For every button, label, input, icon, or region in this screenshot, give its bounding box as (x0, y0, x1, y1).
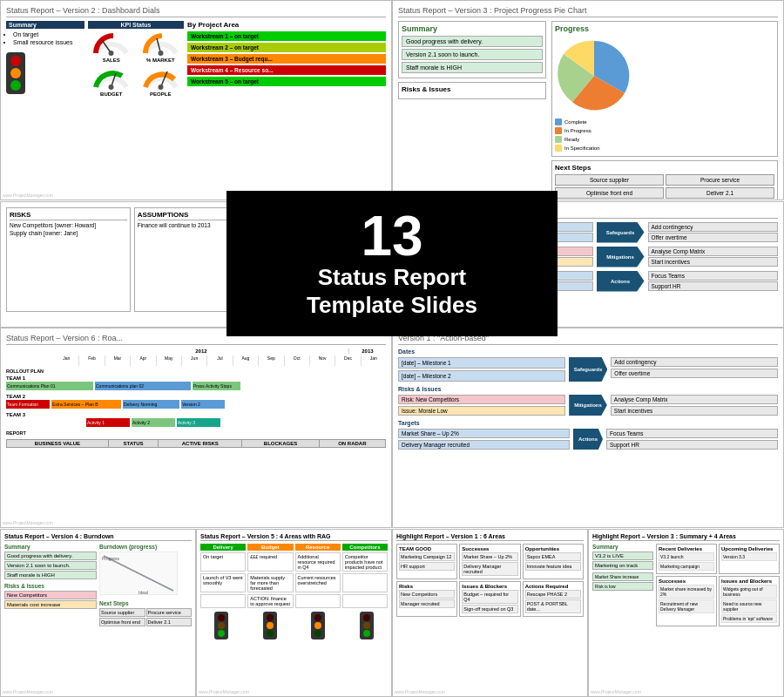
rag-grid: Delivery Budget Resource Competitors On … (200, 544, 388, 608)
v1-dates-items: [date] – Milestone 1 [date] – Milestone … (463, 222, 593, 243)
risk-item-1: New Competitors [owner: Howard] (10, 222, 127, 228)
v4-risk-2: Materials cost increase (4, 600, 97, 609)
rollout-label: ROLLOUT PLAN (6, 369, 386, 374)
safeguard-2: Offer overtime (611, 369, 778, 378)
v3-nextsteps-title: Next Steps (555, 164, 774, 172)
v1-risks-label: Risks & Issues (398, 247, 459, 267)
month-spacer (6, 355, 54, 366)
v1-safeguard-2: Offer overtime (648, 233, 779, 242)
risk-col-risks: Risks New Competitors [owner: Howard] Su… (6, 207, 131, 312)
v6-title-sub: – Version 6 : Roa... (57, 334, 124, 342)
hl3-sum-2: Marketing on track (592, 561, 653, 570)
risk-col-issues: Issu... Re... Wo... Si... (261, 207, 386, 312)
v1-date-2: [date] – Milestone 2 (463, 233, 593, 242)
issue-b-1: Issue: Morale Low (398, 406, 565, 416)
team3-bar1: Activity 1 (86, 418, 130, 427)
four-issues-title: Issues and Blockers (721, 579, 777, 584)
risk-col-assumptions: Assumptions Finance will continue to 201… (134, 207, 259, 312)
proj-item-4: Workstream 4 – Resource so... (187, 65, 386, 75)
risk-item-2: Supply chain [owner: Jane] (10, 230, 127, 236)
target-action-items: Focus Teams Support HR (606, 429, 778, 450)
proj-item-2: Workstream 2 – on target (187, 43, 386, 52)
area-success-1: Market Share – Up 2% (462, 552, 517, 561)
four-success-1: Market share increased by 2% (659, 585, 714, 599)
safeguards-arrow: Safeguards (569, 357, 608, 382)
area-opp-1: Sapco EMEA (525, 552, 581, 561)
v2-kpi: KPI Status SALES (88, 21, 184, 186)
v4-risks-label: Risks & Issues (4, 583, 97, 589)
team2-bar1: Team Formation (6, 400, 50, 409)
tl-red (10, 56, 21, 66)
v1-action-2: Support HR (648, 281, 779, 291)
v4-ns-3: Optimise front end (99, 618, 145, 626)
hl3-right-2: Risk is low (592, 582, 653, 591)
team2-label: TEAM 2 (6, 394, 386, 399)
v1-targets: Targets Market Share – Up 2% Delivery Ma… (398, 271, 778, 292)
v1-full-title: Version 1 : "Action-based" (398, 334, 778, 345)
v2-summary-item-2: Small resource issues (13, 39, 84, 45)
target-2: Delivery Manager recruited (398, 440, 570, 450)
proj-item-5: Workstream 5 – on target (187, 77, 386, 86)
v4-ns-1: Source supplier (99, 608, 145, 617)
risksb-section-header: Risks & Issues (398, 386, 778, 392)
risk-b-1: Risk: New Competitors (398, 395, 565, 404)
four-upcoming-title: Upcoming Deliveries (721, 546, 777, 552)
v3-title-sub: – Version 3 : Project Progress Pie Chart (449, 6, 587, 15)
legend-complete: Complete (555, 118, 774, 125)
legend-ready: Ready (555, 136, 774, 143)
v3-risks-box: Risks & Issues (398, 82, 546, 99)
target-1: Market Share – Up 2% (398, 429, 570, 438)
area-actions-title: Actions Required (525, 584, 581, 589)
v1-inner: Dates [date] – Milestone 1 [date] – Mile… (398, 222, 778, 292)
hl1-title: Highlight Report – Version 1 : 6 Areas (396, 533, 584, 541)
gauge-sales-label: SALES (103, 58, 120, 63)
v4-risk-1: New Competitors (4, 591, 97, 599)
risks-inner: Risks New Competitors [owner: Howard] Su… (6, 207, 386, 312)
assumption-item-1: Finance will continue to 2013 (138, 222, 255, 228)
rag-resource-3 (295, 594, 341, 608)
rag-budget-2: Materials supply far more than forecaste… (247, 573, 293, 592)
year-spacer (6, 348, 54, 354)
v3-summary-title: Summary (402, 24, 543, 33)
mitigation-action-items: Analyse Comp Matrix Start incentives (611, 395, 778, 416)
rag-competitors-3 (342, 594, 388, 608)
area-successes-title: Successes (462, 546, 517, 552)
v1-actions-arrow: Actions (597, 271, 645, 292)
four-issue-1: Widgets going out of business (721, 585, 777, 599)
v1-risk-items: Risk: New Competitors Issue: Morale Low (463, 247, 593, 267)
four-issue-3: Problems in 'ept' software (721, 614, 777, 623)
v1-target-2: Delivery Manager recruited (463, 281, 593, 291)
slide-v1: Version 1 : "Action-based" Dates [date] … (392, 201, 784, 328)
v1-safeguard-actions: Add contingency Offer overtime (648, 222, 779, 243)
gauge-budget-svg (91, 65, 131, 91)
ns-btn-3: Optimise front end (555, 187, 664, 199)
report-table: BUSINESS VALUE STATUS ACTIVE RISKS BLOCK… (6, 439, 386, 448)
timeline-months: Jan Feb Mar Apr May Jun Jul Aug Sep Oct … (6, 355, 386, 366)
team3-bar3: Activity 3 (177, 418, 220, 427)
v4-content: Summary Good progress with delivery. Ver… (4, 544, 192, 626)
rag-resource-title: Resource (295, 544, 341, 551)
v3-progress-title: Progress (555, 24, 774, 33)
tl-green-sm2 (360, 612, 374, 639)
area-issue-2: Sign-off required on Q3 (462, 605, 517, 613)
four-successes: Successes Market share increased by 2% R… (656, 576, 717, 626)
v2-title-main: Status Report (6, 6, 54, 15)
gauge-market-svg (141, 31, 180, 58)
slide-risks: Risks New Competitors [owner: Howard] Su… (0, 201, 392, 328)
v3-progress-box: Progress C (551, 21, 778, 157)
actions-arrow: Actions (573, 429, 603, 450)
team2-bars: Team Formation Extra Services – Plan B D… (6, 400, 386, 409)
slide-v2: Status Report – Version 2 : Dashboard Di… (0, 0, 392, 200)
report-col-2: STATUS (108, 440, 158, 448)
gauge-market-label: % MARKET (146, 58, 175, 63)
v1-dates-label: Dates (398, 222, 459, 243)
v4-ns-2: Procure service (146, 608, 193, 617)
mitigation-b-1: Analyse Comp Matrix (611, 395, 778, 404)
ns-btn-4: Deliver 2.1 (666, 187, 774, 199)
v3-summary-item-1: Good progress with delivery. (402, 36, 543, 47)
v4-left: Summary Good progress with delivery. Ver… (4, 544, 97, 626)
safeguard-1: Add contingency (611, 357, 778, 367)
team2-bar3: Delivery Norming (123, 400, 179, 409)
slide-v4: Status Report – Version 4 : Burndown Sum… (0, 529, 196, 697)
slide-hl1: Highlight Report – Version 1 : 6 Areas T… (392, 529, 588, 697)
